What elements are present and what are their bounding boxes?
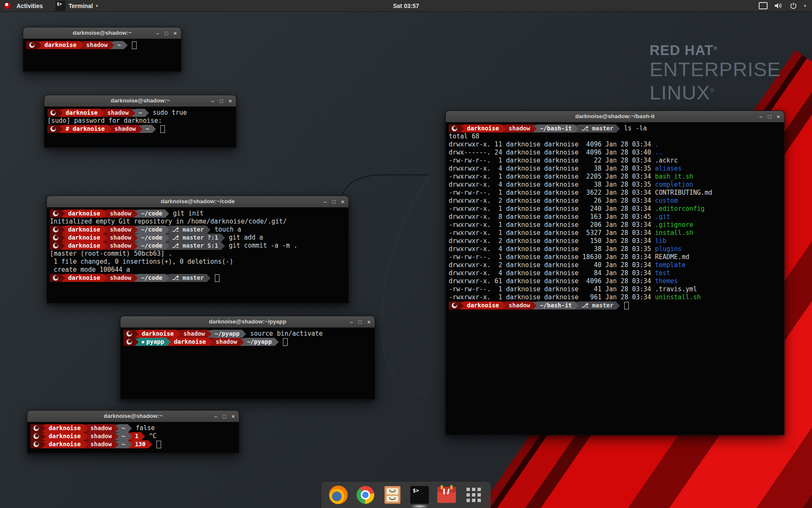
powerline-separator — [42, 433, 46, 440]
maximize-button[interactable]: □ — [359, 319, 362, 325]
redhat-logo-icon — [53, 227, 58, 232]
file-row: drwxrwxr-x. 4 darknoise darknoise 38 Jan… — [449, 181, 781, 189]
maximize-button[interactable]: □ — [332, 199, 336, 204]
maximize-button[interactable]: □ — [223, 414, 226, 419]
file-row: drwxrwxr-x. 8 darknoise darknoise 163 Ja… — [449, 213, 781, 221]
window-titlebar[interactable]: darknoise@shadow:~/bash-it–□× — [446, 111, 784, 122]
terminal-content[interactable]: darknoiseshadow~/pyappsource bin/activat… — [121, 328, 375, 348]
terminal-logo: $> — [410, 486, 429, 504]
distro-badge — [449, 301, 460, 309]
powerline-separator — [177, 330, 181, 338]
terminal-prompt-line: darknoiseshadow~sudo true — [47, 109, 233, 117]
powerline-separator — [533, 125, 537, 133]
redhat-logo-icon — [126, 331, 132, 337]
window-controls: –□× — [759, 111, 780, 122]
terminal-cursor — [132, 41, 137, 49]
file-name: .travis.yml — [655, 285, 697, 293]
file-row: -rw-rw-r--. 1 darknoise darknoise 22 Jan… — [449, 157, 781, 165]
window-titlebar[interactable]: darknoise@shadow:~/code–□× — [47, 196, 348, 207]
terminal-content[interactable]: darknoiseshadow~ — [23, 39, 181, 51]
powerline-separator — [575, 125, 579, 133]
powerline-separator — [139, 125, 143, 133]
command-text: source bin/activate — [246, 330, 323, 338]
prompt-segment-user: darknoise — [464, 124, 502, 133]
file-name: . — [655, 141, 659, 148]
prompt-segment-dir: ~/pyapp — [244, 338, 275, 346]
prompt-segment-user: darknoise — [464, 301, 502, 309]
file-name: README.md — [655, 253, 689, 261]
file-row: drwxrwxr-x. 61 darknoise darknoise 4096 … — [449, 277, 781, 285]
distro-badge — [47, 125, 59, 133]
file-row: -rwxrwxr-x. 1 darknoise darknoise 961 Ja… — [449, 293, 781, 301]
powerline-separator — [209, 338, 213, 346]
terminal-output-line: [sudo] password for darknoise: — [47, 117, 233, 125]
prompt-segment-host: shadow — [88, 432, 115, 440]
close-button[interactable]: × — [776, 114, 780, 119]
prompt-segment-host: shadow — [112, 125, 139, 133]
maximize-button[interactable]: □ — [165, 30, 168, 36]
powerline-separator — [167, 338, 171, 346]
terminal-content[interactable]: darknoiseshadow~sudo true[sudo] password… — [44, 107, 236, 135]
files-icon[interactable] — [383, 485, 402, 505]
terminal-content[interactable]: darknoiseshadow~falsedarknoiseshadow~1^C… — [27, 422, 239, 450]
prompt-segment-user: darknoise — [65, 226, 103, 234]
minimize-button[interactable]: – — [211, 98, 214, 104]
file-name: custom — [655, 197, 678, 204]
powerline-separator — [460, 302, 464, 309]
window-titlebar[interactable]: darknoise@shadow:~/pyapp–□× — [121, 316, 375, 328]
window-title: darknoise@shadow:~ — [44, 95, 236, 106]
terminal-icon[interactable]: $> — [410, 485, 429, 505]
terminal-content[interactable]: darknoiseshadow~/codegit initInitialized… — [47, 207, 348, 284]
caret-down-icon[interactable]: ▾ — [804, 3, 806, 8]
powerline-separator — [103, 242, 107, 250]
close-button[interactable]: × — [341, 199, 344, 204]
maximize-button[interactable]: □ — [220, 98, 223, 104]
powerline-separator — [101, 109, 104, 117]
minimize-button[interactable]: – — [759, 114, 762, 119]
prompt-segment-git: ⎇ master — [169, 226, 207, 234]
minimize-button[interactable]: – — [350, 319, 353, 325]
close-button[interactable]: × — [228, 98, 232, 104]
prompt-segment-git: ⎇ master — [579, 301, 616, 309]
window-titlebar[interactable]: darknoise@shadow:~–□× — [44, 95, 236, 107]
redhat-logo-icon — [50, 110, 56, 116]
clock[interactable]: Sat 03:57 — [0, 3, 812, 9]
volume-icon[interactable] — [775, 3, 783, 9]
python-icon: ● — [142, 338, 144, 346]
redhat-logo-icon — [126, 339, 132, 345]
terminal-content[interactable]: darknoiseshadow~/bash-it⎇ masterls -lato… — [446, 122, 784, 312]
prompt-segment-user: darknoise — [65, 242, 103, 250]
minimize-button[interactable]: – — [156, 30, 159, 36]
file-row: -rwxrwxr-x. 1 darknoise darknoise 206 Ja… — [449, 221, 781, 229]
powerline-separator — [84, 441, 88, 448]
chrome-icon[interactable] — [356, 485, 375, 505]
file-name: completion — [655, 181, 693, 188]
file-name: themes — [655, 277, 678, 285]
terminal-prompt-line: darknoiseshadow~false — [30, 424, 236, 432]
minimize-button[interactable]: – — [214, 414, 217, 419]
redhat-logo-icon — [33, 442, 39, 447]
file-meta: drwxrwxr-x. 8 darknoise darknoise 163 Ja… — [449, 213, 655, 221]
powerline-separator — [502, 302, 506, 309]
power-icon[interactable] — [790, 3, 797, 9]
maximize-button[interactable]: □ — [768, 114, 771, 119]
toolbox-icon[interactable] — [437, 485, 456, 505]
window-titlebar[interactable]: darknoise@shadow:~–□× — [27, 411, 239, 422]
distro-badge — [50, 274, 61, 282]
file-row: -rw-rw-r--. 1 darknoise darknoise 41 Jan… — [449, 285, 781, 293]
powerline-separator — [240, 338, 244, 346]
close-button[interactable]: × — [231, 414, 235, 419]
firefox-icon[interactable] — [329, 485, 348, 505]
close-button[interactable]: × — [367, 319, 370, 325]
file-name: bash_it.sh — [655, 173, 693, 180]
command-text: ^C — [145, 432, 156, 440]
terminal-window: darknoise@shadow:~–□×darknoiseshadow~ — [23, 27, 181, 72]
display-icon[interactable] — [759, 2, 768, 9]
prompt-segment-dir: ~/code — [138, 210, 165, 218]
file-cabinet — [384, 486, 401, 504]
app-grid-icon[interactable] — [464, 485, 483, 505]
window-titlebar[interactable]: darknoise@shadow:~–□× — [23, 28, 181, 39]
minimize-button[interactable]: – — [324, 199, 326, 204]
prompt-segment-user: darknoise — [65, 274, 103, 282]
close-button[interactable]: × — [173, 30, 177, 36]
